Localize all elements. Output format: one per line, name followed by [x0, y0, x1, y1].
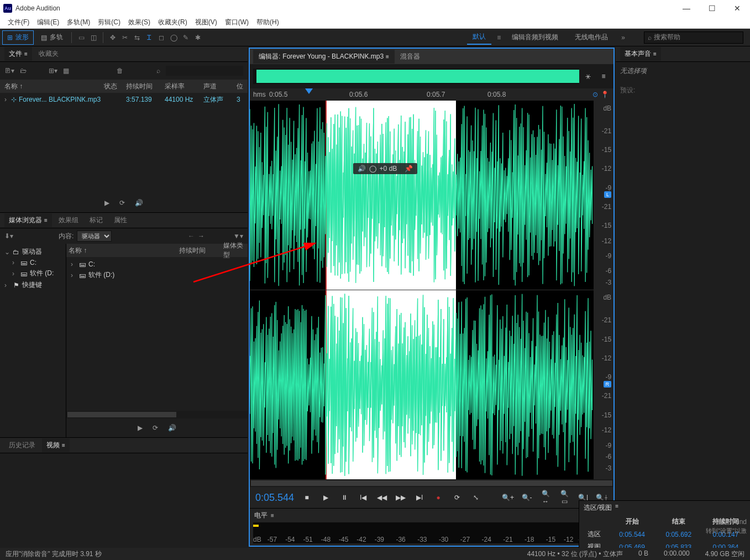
- play-button[interactable]: ▶: [319, 494, 332, 501]
- nav-fwd-icon[interactable]: →: [198, 232, 204, 240]
- fast-forward-button[interactable]: ▶▶: [395, 494, 407, 501]
- column-name[interactable]: 名称 ↑: [4, 82, 104, 91]
- brush-tool-icon[interactable]: ✎: [180, 32, 192, 44]
- column-status[interactable]: 状态: [104, 82, 126, 91]
- hud-gain-control[interactable]: 🔊 ◯ +0 dB 📌: [353, 163, 418, 174]
- go-to-end-button[interactable]: ▶I: [413, 494, 426, 501]
- marquee-tool-icon[interactable]: ◻: [155, 32, 167, 44]
- workspace-default[interactable]: 默认: [467, 30, 491, 45]
- current-time-display[interactable]: 0:05.544: [255, 492, 294, 504]
- move-tool-icon[interactable]: ✥: [107, 32, 119, 44]
- multitrack-view-button[interactable]: ▤多轨: [36, 30, 68, 45]
- tab-effects-rack[interactable]: 效果组: [54, 213, 83, 227]
- column-channels[interactable]: 声道: [203, 82, 237, 91]
- waveform-view-button[interactable]: ⊞波形: [2, 30, 34, 45]
- tab-media-browser[interactable]: 媒体浏览器≡: [4, 213, 52, 227]
- menu-clip[interactable]: 剪辑(C): [95, 17, 124, 28]
- play-icon[interactable]: ▶: [138, 424, 143, 432]
- loop-icon[interactable]: ⟳: [153, 424, 158, 432]
- waveform-display[interactable]: 🔊 ◯ +0 dB 📌 dB -21 -15: [250, 101, 613, 479]
- tree-item-c[interactable]: ›🖴C:: [2, 258, 64, 268]
- nav-back-icon[interactable]: ←: [188, 232, 195, 240]
- menu-multitrack[interactable]: 多轨(M): [64, 17, 93, 28]
- overview-waveform[interactable]: [253, 69, 579, 84]
- skip-selection-button[interactable]: ⤡: [470, 494, 482, 501]
- spectral-toggle-icon[interactable]: ◫: [87, 32, 99, 44]
- delete-icon[interactable]: 🗑: [117, 67, 123, 75]
- go-to-start-button[interactable]: I◀: [357, 494, 369, 501]
- tab-essential-sound[interactable]: 基本声音≡: [620, 47, 661, 61]
- tree-item-c[interactable]: ›🖴C:: [69, 259, 245, 269]
- tab-video[interactable]: 视频≡: [42, 438, 70, 452]
- tree-item-shortcuts[interactable]: ›⚑快捷键: [2, 279, 64, 291]
- column-sample-rate[interactable]: 采样率: [165, 82, 203, 91]
- loop-button[interactable]: ⟳: [451, 494, 463, 501]
- tree-item-d[interactable]: ›🖴软件 (D:: [2, 268, 64, 279]
- workspace-radio[interactable]: 无线电作品: [569, 30, 613, 44]
- playhead-icon[interactable]: [305, 88, 313, 96]
- pin-icon[interactable]: 📌: [405, 165, 413, 172]
- help-search[interactable]: ⌕ 搜索帮助: [644, 32, 743, 44]
- auto-play-icon[interactable]: 🔊: [168, 424, 176, 432]
- tab-mixer[interactable]: 混音器: [395, 50, 426, 64]
- column-duration[interactable]: 持续时间: [179, 246, 223, 255]
- zoom-out-button[interactable]: 🔍-: [521, 494, 533, 501]
- spot-heal-tool-icon[interactable]: ✱: [192, 32, 204, 44]
- menu-favorites[interactable]: 收藏夹(R): [155, 17, 191, 28]
- media-type-icon[interactable]: ⊞▾: [49, 67, 57, 75]
- column-bit[interactable]: 位: [237, 82, 248, 91]
- column-duration[interactable]: 持续时间: [126, 82, 165, 91]
- hud-toggle-icon[interactable]: ▭: [75, 32, 87, 44]
- rewind-button[interactable]: ◀◀: [376, 494, 388, 501]
- tab-favorites[interactable]: 收藏夹: [34, 47, 63, 61]
- time-ruler[interactable]: hms 0:05.5 0:05.6 0:05.7 0:05.8 ⊙ 📍: [250, 88, 613, 101]
- tab-history[interactable]: 历史记录: [4, 438, 40, 452]
- new-file-icon[interactable]: 🖹▾: [4, 67, 14, 75]
- navigator-overview[interactable]: ⚹ ≡: [250, 64, 613, 88]
- zoom-in-button[interactable]: 🔍+: [502, 494, 514, 501]
- maximize-button[interactable]: ☐: [699, 0, 725, 17]
- zoom-handle-icon[interactable]: ⚹: [581, 72, 595, 80]
- time-selection-tool-icon[interactable]: Ꮖ: [143, 32, 155, 44]
- selection-start[interactable]: 0:05.544: [609, 528, 654, 540]
- marker-icon[interactable]: 📍: [601, 91, 609, 98]
- menu-view[interactable]: 视图(V): [192, 17, 221, 28]
- record-button[interactable]: ●: [432, 494, 444, 501]
- zoom-selection-button[interactable]: 🔍▭: [558, 490, 570, 505]
- loop-icon[interactable]: ⟳: [119, 199, 125, 207]
- editor-horizontal-scrollbar[interactable]: [250, 479, 613, 487]
- filter-icon[interactable]: ▼▾: [233, 232, 243, 240]
- menu-window[interactable]: 窗口(W): [222, 17, 252, 28]
- stop-button[interactable]: ■: [301, 494, 313, 501]
- zoom-full-button[interactable]: 🔍↔: [539, 490, 552, 505]
- view-menu-icon[interactable]: ≡: [597, 72, 610, 80]
- insert-icon[interactable]: ▦: [63, 67, 69, 75]
- tab-properties[interactable]: 属性: [109, 213, 132, 227]
- close-button[interactable]: ✕: [725, 0, 750, 17]
- column-name[interactable]: 名称 ↑: [69, 246, 179, 255]
- tree-item-d[interactable]: ›🖴软件 (D:): [69, 269, 245, 281]
- tab-markers[interactable]: 标记: [85, 213, 107, 227]
- menu-help[interactable]: 帮助(H): [253, 17, 282, 28]
- selection-end[interactable]: 0:05.692: [656, 528, 701, 540]
- file-row[interactable]: › ⊹ Forever... BLACKPINK.mp3 3:57.139 44…: [0, 93, 248, 106]
- menu-effects[interactable]: 效果(S): [125, 17, 154, 28]
- workspace-more-button[interactable]: »: [619, 34, 627, 41]
- horizontal-scrollbar[interactable]: [66, 411, 248, 418]
- menu-edit[interactable]: 编辑(E): [34, 17, 62, 28]
- tab-editor[interactable]: 编辑器: Forever Young - BLACKPINK.mp3 ≡: [253, 50, 395, 64]
- import-icon[interactable]: ⬇▾: [4, 232, 13, 240]
- lasso-tool-icon[interactable]: ◯: [167, 32, 180, 44]
- minimize-button[interactable]: —: [674, 0, 699, 17]
- auto-play-icon[interactable]: 🔊: [135, 199, 143, 207]
- content-dropdown[interactable]: 驱动器: [77, 231, 112, 242]
- open-file-icon[interactable]: 🗁: [20, 67, 27, 75]
- level-meter[interactable]: dB -57 -54 -51 -48 -45 -42 -39 -36 -33 -…: [253, 522, 610, 543]
- knob-icon[interactable]: ◯: [369, 165, 376, 172]
- razor-tool-icon[interactable]: ✂: [119, 32, 131, 44]
- files-search-input[interactable]: [166, 66, 243, 76]
- menu-file[interactable]: 文件(F): [4, 17, 33, 28]
- slip-tool-icon[interactable]: ⇆: [131, 32, 143, 44]
- pin-icon[interactable]: ⊙: [592, 91, 598, 98]
- play-icon[interactable]: ▶: [104, 199, 109, 207]
